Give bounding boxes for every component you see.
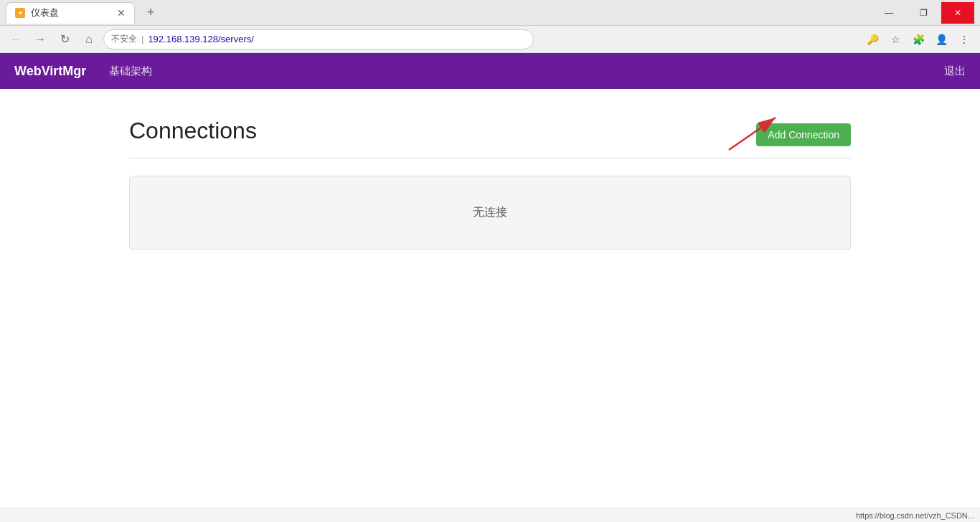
password-icon[interactable]: 🔑 bbox=[862, 29, 882, 49]
title-bar: ✦ 仪表盘 ✕ + — ❐ ✕ bbox=[0, 0, 980, 26]
navbar-brand[interactable]: WebVirtMgr bbox=[14, 64, 86, 79]
status-url: https://blog.csdn.net/vzh_CSDN... bbox=[856, 511, 974, 520]
maximize-button[interactable]: ❐ bbox=[907, 2, 940, 24]
toolbar-right: 🔑 ☆ 🧩 👤 ⋮ bbox=[862, 29, 974, 49]
navbar-right: 退出 bbox=[944, 65, 966, 78]
security-indicator: 不安全 bbox=[111, 33, 137, 45]
close-button[interactable]: ✕ bbox=[941, 2, 974, 24]
tab-label: 仪表盘 bbox=[31, 6, 111, 19]
browser-chrome: ✦ 仪表盘 ✕ + — ❐ ✕ ← → ↻ ⌂ 不安全 bbox=[0, 0, 980, 522]
profile-icon[interactable]: 👤 bbox=[931, 29, 951, 49]
svg-line-1 bbox=[729, 118, 776, 150]
bookmark-icon[interactable]: ☆ bbox=[885, 29, 905, 49]
section-divider bbox=[129, 158, 851, 158]
main-content: Connections Add Connection bbox=[0, 89, 980, 278]
page-header: Connections Add Connection bbox=[129, 118, 851, 146]
menu-icon[interactable]: ⋮ bbox=[954, 29, 974, 49]
url-text: 192.168.139.128/servers/ bbox=[148, 34, 253, 44]
back-button[interactable]: ← bbox=[6, 29, 26, 49]
logout-link[interactable]: 退出 bbox=[944, 65, 966, 77]
tab-favicon: ✦ bbox=[15, 8, 25, 18]
address-bar: ← → ↻ ⌂ 不安全 | 192.168.139.128/servers/ 🔑… bbox=[0, 26, 980, 53]
minimize-button[interactable]: — bbox=[872, 2, 905, 24]
active-tab[interactable]: ✦ 仪表盘 ✕ bbox=[6, 2, 135, 24]
empty-state-panel: 无连接 bbox=[129, 176, 851, 250]
empty-state-message: 无连接 bbox=[473, 206, 507, 218]
navbar-infrastructure-link[interactable]: 基础架构 bbox=[103, 65, 158, 78]
arrow-annotation bbox=[715, 110, 786, 153]
reload-button[interactable]: ↻ bbox=[55, 29, 75, 49]
extensions-icon[interactable]: 🧩 bbox=[908, 29, 928, 49]
home-button[interactable]: ⌂ bbox=[79, 29, 99, 49]
url-input[interactable]: 不安全 | 192.168.139.128/servers/ bbox=[103, 29, 534, 49]
page-title: Connections bbox=[129, 118, 257, 144]
forward-button[interactable]: → bbox=[30, 29, 50, 49]
status-bar: https://blog.csdn.net/vzh_CSDN... bbox=[0, 508, 980, 522]
tab-close-icon[interactable]: ✕ bbox=[117, 8, 126, 18]
navbar: WebVirtMgr 基础架构 退出 bbox=[0, 53, 980, 89]
window-controls: — ❐ ✕ bbox=[872, 2, 974, 24]
tab-area: ✦ 仪表盘 ✕ + bbox=[6, 2, 872, 24]
new-tab-button[interactable]: + bbox=[141, 3, 161, 23]
app-container: WebVirtMgr 基础架构 退出 Connections bbox=[0, 53, 980, 522]
